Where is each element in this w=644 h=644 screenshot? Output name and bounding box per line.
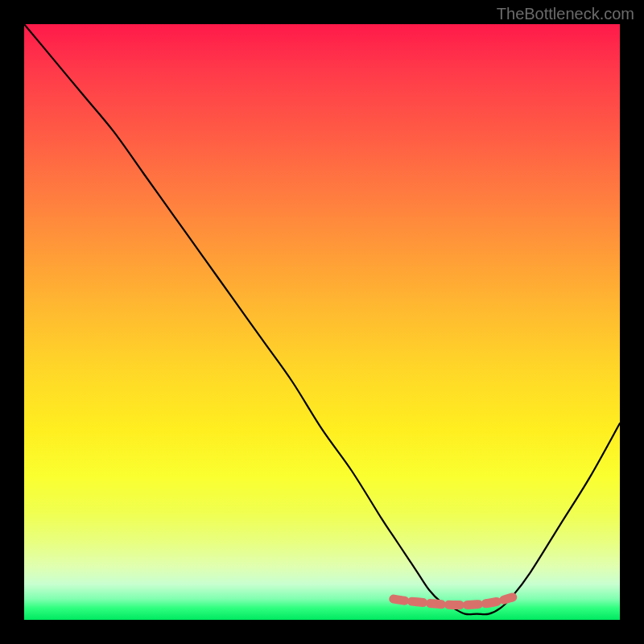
bottleneck-curve-line [24, 24, 620, 614]
chart-svg [24, 24, 620, 620]
watermark-text: TheBottleneck.com [497, 5, 634, 23]
valley-highlight-line [394, 597, 513, 605]
chart-plot-area [24, 24, 620, 620]
